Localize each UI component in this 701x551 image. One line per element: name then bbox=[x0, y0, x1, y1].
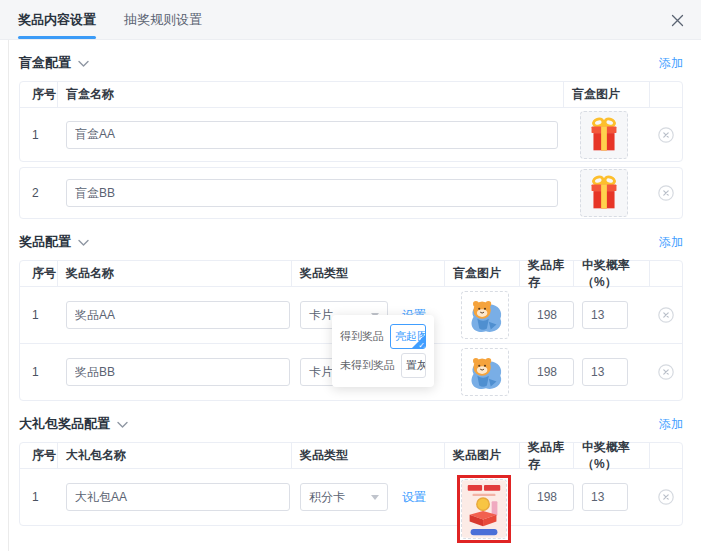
col-actions bbox=[650, 261, 682, 286]
col-name: 大礼包名称 bbox=[58, 443, 292, 468]
add-blind-box-button[interactable]: 添加 bbox=[659, 55, 683, 72]
chevron-down-icon bbox=[78, 60, 89, 67]
gift-box-icon bbox=[581, 169, 627, 217]
col-name: 盲盒名称 bbox=[58, 82, 564, 107]
tiger-doll-icon bbox=[462, 291, 508, 339]
image-settings-popup: 得到奖品 亮起图片 未得到奖品 置灰图片 bbox=[332, 315, 434, 387]
section-gift-pack: 大礼包奖品配置 添加 序号 大礼包名称 奖品类型 奖品图片 奖品库存 中奖概率（… bbox=[19, 401, 683, 526]
col-image: 奖品图片 bbox=[445, 443, 520, 468]
prize-image[interactable] bbox=[461, 348, 509, 396]
row-index: 2 bbox=[20, 168, 58, 218]
dialog-tab-bar: 奖品内容设置 抽奖规则设置 bbox=[0, 0, 701, 40]
col-type: 奖品类型 bbox=[292, 261, 445, 286]
gift-pack-name-input[interactable] bbox=[66, 483, 290, 511]
col-probability: 中奖概率（%） bbox=[574, 443, 650, 468]
col-actions bbox=[650, 443, 682, 468]
probability-input[interactable] bbox=[582, 483, 628, 511]
stock-input[interactable] bbox=[528, 301, 574, 329]
section-title: 大礼包奖品配置 bbox=[19, 415, 110, 433]
row-index: 1 bbox=[20, 287, 58, 343]
table-header: 序号 奖品名称 奖品类型 盲盒图片 奖品库存 中奖概率（%） bbox=[20, 261, 682, 287]
chevron-down-icon bbox=[78, 239, 89, 246]
table-row: 1 bbox=[20, 108, 682, 161]
remove-row-button[interactable] bbox=[658, 489, 674, 505]
col-name: 奖品名称 bbox=[58, 261, 292, 286]
col-actions bbox=[650, 82, 682, 107]
settings-link[interactable]: 设置 bbox=[402, 489, 426, 506]
remove-row-button[interactable] bbox=[658, 307, 674, 323]
col-probability: 中奖概率（%） bbox=[574, 261, 650, 286]
gift-pack-type-select[interactable]: 积分卡 bbox=[300, 483, 388, 511]
col-index: 序号 bbox=[20, 261, 58, 286]
selected-option: 积分卡 bbox=[309, 489, 345, 506]
section-blind-box: 盲盒配置 添加 序号 盲盒名称 盲盒图片 1 bbox=[19, 40, 683, 219]
add-prize-button[interactable]: 添加 bbox=[659, 234, 683, 251]
caret-down-icon bbox=[371, 495, 379, 500]
table-header: 序号 盲盒名称 盲盒图片 bbox=[20, 82, 682, 108]
remove-row-button[interactable] bbox=[658, 364, 674, 380]
row-index: 1 bbox=[20, 469, 58, 525]
chevron-down-icon bbox=[117, 421, 128, 428]
probability-input[interactable] bbox=[582, 358, 628, 386]
table-header: 序号 大礼包名称 奖品类型 奖品图片 奖品库存 中奖概率（%） bbox=[20, 443, 682, 469]
dialog-body: 盲盒配置 添加 序号 盲盒名称 盲盒图片 1 bbox=[8, 40, 701, 551]
gift-box-icon bbox=[581, 111, 627, 159]
tab-lottery-rules[interactable]: 抽奖规则设置 bbox=[124, 0, 202, 39]
stock-input[interactable] bbox=[528, 483, 574, 511]
col-image: 盲盒图片 bbox=[445, 261, 520, 286]
gift-pack-image[interactable] bbox=[461, 479, 507, 539]
tiger-doll-icon bbox=[462, 348, 508, 396]
gift-pack-section-toggle[interactable]: 大礼包奖品配置 bbox=[19, 415, 128, 433]
blind-box-image[interactable] bbox=[580, 169, 628, 217]
prize-name-input[interactable] bbox=[66, 358, 290, 386]
probability-input[interactable] bbox=[582, 301, 628, 329]
col-stock: 奖品库存 bbox=[520, 443, 574, 468]
col-index: 序号 bbox=[20, 82, 58, 107]
table-row: 1 积分卡 设置 bbox=[20, 469, 682, 525]
row-index: 1 bbox=[20, 344, 58, 400]
blind-box-row-card: 2 bbox=[19, 167, 683, 219]
remove-row-button[interactable] bbox=[658, 185, 674, 201]
table-row: 2 bbox=[20, 168, 682, 218]
col-index: 序号 bbox=[20, 443, 58, 468]
selected-option: 卡片 bbox=[309, 307, 333, 324]
add-gift-pack-button[interactable]: 添加 bbox=[659, 416, 683, 433]
blind-box-section-toggle[interactable]: 盲盒配置 bbox=[19, 54, 89, 72]
stock-input[interactable] bbox=[528, 358, 574, 386]
prize-section-toggle[interactable]: 奖品配置 bbox=[19, 233, 89, 251]
tab-prize-content[interactable]: 奖品内容设置 bbox=[18, 0, 96, 39]
gray-image-button[interactable]: 置灰图片 bbox=[401, 353, 426, 378]
col-image: 盲盒图片 bbox=[564, 82, 650, 107]
lit-image-button[interactable]: 亮起图片 bbox=[390, 324, 426, 349]
section-prize: 奖品配置 添加 序号 奖品名称 奖品类型 盲盒图片 奖品库存 中奖概率（%） 1 bbox=[19, 219, 683, 401]
blind-box-image[interactable] bbox=[580, 111, 628, 159]
popup-label-won: 得到奖品 bbox=[340, 329, 384, 344]
close-icon[interactable] bbox=[669, 12, 685, 28]
blind-box-name-input[interactable] bbox=[66, 121, 558, 149]
col-type: 奖品类型 bbox=[292, 443, 445, 468]
col-stock: 奖品库存 bbox=[520, 261, 574, 286]
prize-name-input[interactable] bbox=[66, 301, 290, 329]
selected-option: 卡片 bbox=[309, 364, 333, 381]
gift-pack-poster-icon bbox=[462, 479, 506, 539]
gift-pack-table: 序号 大礼包名称 奖品类型 奖品图片 奖品库存 中奖概率（%） 1 积分卡 设置 bbox=[19, 442, 683, 526]
prize-table: 序号 奖品名称 奖品类型 盲盒图片 奖品库存 中奖概率（%） 1 卡片 设置 bbox=[19, 260, 683, 401]
remove-row-button[interactable] bbox=[658, 127, 674, 143]
popup-label-not-won: 未得到奖品 bbox=[340, 358, 395, 373]
blind-box-table: 序号 盲盒名称 盲盒图片 1 bbox=[19, 81, 683, 162]
blind-box-name-input[interactable] bbox=[66, 179, 558, 207]
red-highlight-annotation bbox=[457, 475, 511, 543]
section-title: 盲盒配置 bbox=[19, 54, 71, 72]
prize-image[interactable] bbox=[461, 291, 509, 339]
section-title: 奖品配置 bbox=[19, 233, 71, 251]
row-index: 1 bbox=[20, 108, 58, 161]
